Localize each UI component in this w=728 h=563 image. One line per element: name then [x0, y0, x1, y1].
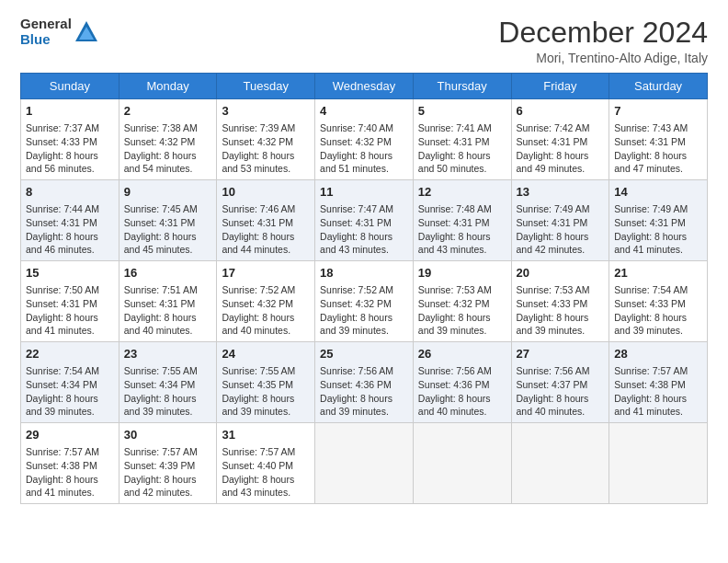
col-sunday: Sunday — [21, 74, 119, 99]
table-row: 31Sunrise: 7:57 AMSunset: 4:40 PMDayligh… — [217, 422, 315, 503]
logo: General Blue — [20, 17, 99, 47]
logo-blue: Blue — [20, 32, 72, 48]
col-friday: Friday — [511, 74, 609, 99]
table-row: 29Sunrise: 7:57 AMSunset: 4:38 PMDayligh… — [21, 422, 119, 503]
table-row: 25Sunrise: 7:56 AMSunset: 4:36 PMDayligh… — [315, 342, 414, 423]
table-row: 26Sunrise: 7:56 AMSunset: 4:36 PMDayligh… — [413, 342, 511, 423]
location: Mori, Trentino-Alto Adige, Italy — [498, 51, 708, 65]
table-row: 3Sunrise: 7:39 AMSunset: 4:32 PMDaylight… — [217, 99, 315, 180]
table-row: 28Sunrise: 7:57 AMSunset: 4:38 PMDayligh… — [609, 342, 708, 423]
table-row: 1Sunrise: 7:37 AMSunset: 4:33 PMDaylight… — [21, 99, 119, 180]
page: General Blue December 2024 Mori, Trentin… — [0, 0, 728, 563]
table-row: 13Sunrise: 7:49 AMSunset: 4:31 PMDayligh… — [511, 180, 609, 261]
table-row: 8Sunrise: 7:44 AMSunset: 4:31 PMDaylight… — [21, 180, 119, 261]
table-row: 23Sunrise: 7:55 AMSunset: 4:34 PMDayligh… — [119, 342, 217, 423]
col-monday: Monday — [119, 74, 217, 99]
table-row: 15Sunrise: 7:50 AMSunset: 4:31 PMDayligh… — [21, 261, 119, 342]
table-row: 11Sunrise: 7:47 AMSunset: 4:31 PMDayligh… — [315, 180, 414, 261]
table-row: 9Sunrise: 7:45 AMSunset: 4:31 PMDaylight… — [119, 180, 217, 261]
table-row: 22Sunrise: 7:54 AMSunset: 4:34 PMDayligh… — [21, 342, 119, 423]
table-row: 19Sunrise: 7:53 AMSunset: 4:32 PMDayligh… — [413, 261, 511, 342]
table-row: 12Sunrise: 7:48 AMSunset: 4:31 PMDayligh… — [413, 180, 511, 261]
table-row: 14Sunrise: 7:49 AMSunset: 4:31 PMDayligh… — [609, 180, 708, 261]
table-row — [413, 422, 511, 503]
table-row: 18Sunrise: 7:52 AMSunset: 4:32 PMDayligh… — [315, 261, 414, 342]
table-row: 2Sunrise: 7:38 AMSunset: 4:32 PMDaylight… — [119, 99, 217, 180]
table-row — [511, 422, 609, 503]
table-row: 4Sunrise: 7:40 AMSunset: 4:32 PMDaylight… — [315, 99, 414, 180]
table-row: 7Sunrise: 7:43 AMSunset: 4:31 PMDaylight… — [609, 99, 708, 180]
table-row: 17Sunrise: 7:52 AMSunset: 4:32 PMDayligh… — [217, 261, 315, 342]
col-tuesday: Tuesday — [217, 74, 315, 99]
col-wednesday: Wednesday — [315, 74, 414, 99]
table-row: 24Sunrise: 7:55 AMSunset: 4:35 PMDayligh… — [217, 342, 315, 423]
calendar-table: Sunday Monday Tuesday Wednesday Thursday… — [20, 73, 708, 504]
table-row: 20Sunrise: 7:53 AMSunset: 4:33 PMDayligh… — [511, 261, 609, 342]
month-title: December 2024 — [498, 17, 708, 49]
table-row: 16Sunrise: 7:51 AMSunset: 4:31 PMDayligh… — [119, 261, 217, 342]
table-row: 6Sunrise: 7:42 AMSunset: 4:31 PMDaylight… — [511, 99, 609, 180]
table-row: 10Sunrise: 7:46 AMSunset: 4:31 PMDayligh… — [217, 180, 315, 261]
header: General Blue December 2024 Mori, Trentin… — [20, 17, 708, 65]
table-row: 5Sunrise: 7:41 AMSunset: 4:31 PMDaylight… — [413, 99, 511, 180]
title-block: December 2024 Mori, Trentino-Alto Adige,… — [498, 17, 708, 65]
table-row: 27Sunrise: 7:56 AMSunset: 4:37 PMDayligh… — [511, 342, 609, 423]
logo-icon — [74, 19, 99, 45]
calendar-header-row: Sunday Monday Tuesday Wednesday Thursday… — [21, 74, 708, 99]
col-saturday: Saturday — [609, 74, 708, 99]
col-thursday: Thursday — [413, 74, 511, 99]
table-row: 30Sunrise: 7:57 AMSunset: 4:39 PMDayligh… — [119, 422, 217, 503]
table-row: 21Sunrise: 7:54 AMSunset: 4:33 PMDayligh… — [609, 261, 708, 342]
logo-general: General — [20, 17, 72, 32]
table-row — [609, 422, 708, 503]
table-row — [315, 422, 414, 503]
